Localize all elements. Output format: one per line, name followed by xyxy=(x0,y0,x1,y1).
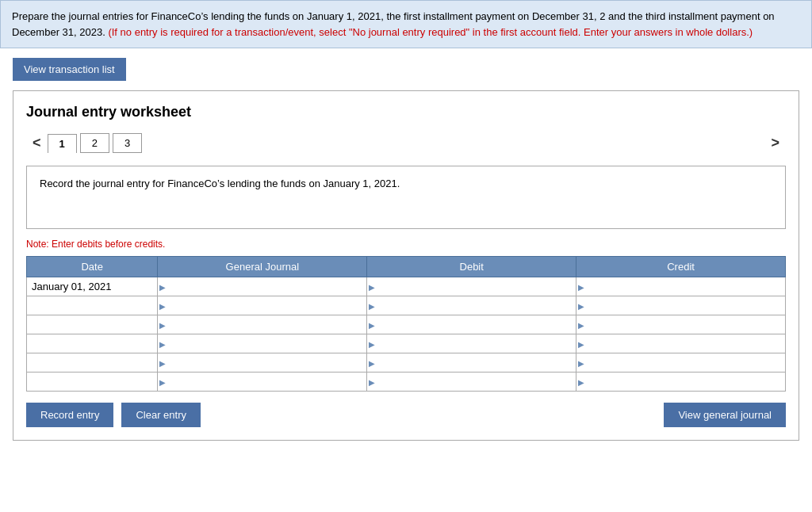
col-header-debit: Debit xyxy=(367,257,576,277)
prev-tab-arrow[interactable]: < xyxy=(26,132,48,155)
debit-cell-5[interactable] xyxy=(367,353,576,373)
journal-cell-1[interactable] xyxy=(158,277,367,296)
instruction-box: Prepare the journal entries for FinanceC… xyxy=(0,0,812,48)
journal-cell-6[interactable] xyxy=(158,373,367,392)
tab-1[interactable]: 1 xyxy=(48,134,77,153)
table-row xyxy=(27,353,786,373)
debit-cell-1[interactable] xyxy=(367,277,576,296)
journal-input-5[interactable] xyxy=(163,357,362,369)
clear-entry-button[interactable]: Clear entry xyxy=(121,403,201,427)
date-cell-6 xyxy=(27,373,158,392)
credit-cell-6[interactable] xyxy=(576,373,786,392)
view-general-journal-button[interactable]: View general journal xyxy=(664,403,786,427)
next-tab-arrow[interactable]: > xyxy=(764,132,786,155)
debit-cell-4[interactable] xyxy=(367,334,576,353)
journal-cell-4[interactable] xyxy=(158,334,367,353)
credit-input-1[interactable] xyxy=(581,281,780,292)
date-cell-4 xyxy=(27,334,158,353)
note-text: Note: Enter debits before credits. xyxy=(26,239,786,250)
credit-cell-4[interactable] xyxy=(576,334,786,353)
entry-description: Record the journal entry for FinanceCo’s… xyxy=(26,166,786,229)
tab-navigation: < 1 2 3 > xyxy=(26,132,786,155)
table-row: January 01, 2021 xyxy=(27,277,786,296)
credit-input-4[interactable] xyxy=(581,338,780,350)
journal-input-2[interactable] xyxy=(163,300,362,311)
credit-input-3[interactable] xyxy=(581,319,780,331)
debit-cell-6[interactable] xyxy=(367,373,576,392)
journal-input-1[interactable] xyxy=(163,281,362,292)
journal-table: Date General Journal Debit Credit Januar… xyxy=(26,256,786,392)
date-cell-5 xyxy=(27,353,158,373)
journal-input-4[interactable] xyxy=(163,338,362,350)
tab-3[interactable]: 3 xyxy=(113,133,142,153)
journal-input-3[interactable] xyxy=(163,319,362,331)
date-cell-1: January 01, 2021 xyxy=(27,277,158,296)
debit-cell-3[interactable] xyxy=(367,315,576,334)
date-cell-2 xyxy=(27,296,158,315)
date-cell-3 xyxy=(27,315,158,334)
table-row xyxy=(27,296,786,315)
worksheet-container: Journal entry worksheet < 1 2 3 > Record… xyxy=(13,90,799,441)
debit-cell-2[interactable] xyxy=(367,296,576,315)
credit-input-6[interactable] xyxy=(581,376,780,388)
journal-cell-2[interactable] xyxy=(158,296,367,315)
table-row xyxy=(27,315,786,334)
credit-input-2[interactable] xyxy=(581,300,780,311)
record-entry-button[interactable]: Record entry xyxy=(26,403,113,427)
debit-input-3[interactable] xyxy=(372,319,571,331)
col-header-date: Date xyxy=(27,257,158,277)
view-transaction-button[interactable]: View transaction list xyxy=(13,58,126,81)
debit-input-5[interactable] xyxy=(372,357,571,369)
debit-input-4[interactable] xyxy=(372,338,571,350)
worksheet-title: Journal entry worksheet xyxy=(26,104,786,120)
credit-cell-1[interactable] xyxy=(576,277,786,296)
button-row: Record entry Clear entry View general jo… xyxy=(26,403,786,427)
debit-input-2[interactable] xyxy=(372,300,571,311)
table-row xyxy=(27,334,786,353)
journal-cell-5[interactable] xyxy=(158,353,367,373)
credit-input-5[interactable] xyxy=(581,357,780,369)
credit-cell-3[interactable] xyxy=(576,315,786,334)
debit-input-1[interactable] xyxy=(372,281,571,292)
credit-cell-5[interactable] xyxy=(576,353,786,373)
tab-2[interactable]: 2 xyxy=(80,133,109,153)
col-header-credit: Credit xyxy=(576,257,786,277)
debit-input-6[interactable] xyxy=(372,376,571,388)
journal-cell-3[interactable] xyxy=(158,315,367,334)
credit-cell-2[interactable] xyxy=(576,296,786,315)
instruction-red-text: (If no entry is required for a transacti… xyxy=(108,26,753,38)
table-row xyxy=(27,373,786,392)
col-header-journal: General Journal xyxy=(158,257,367,277)
journal-input-6[interactable] xyxy=(163,376,362,388)
